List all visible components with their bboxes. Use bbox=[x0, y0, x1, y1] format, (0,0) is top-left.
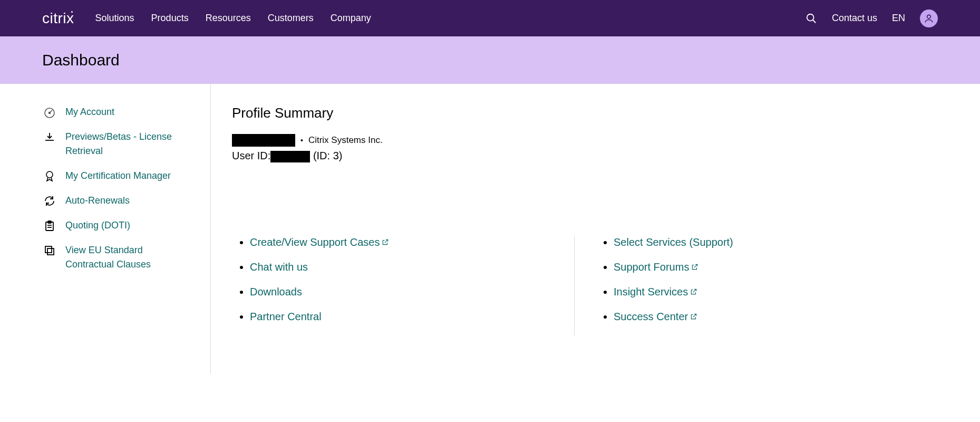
sidebar-item-eu-clauses[interactable]: View EU Standard Contractual Clauses bbox=[42, 243, 210, 272]
main-nav: Solutions Products Resources Customers C… bbox=[95, 13, 371, 24]
sidebar-item-label: Auto-Renewals bbox=[65, 194, 130, 208]
sidebar-item-label: My Account bbox=[65, 105, 114, 119]
svg-point-0 bbox=[807, 14, 814, 21]
brand-text: citrix bbox=[42, 10, 74, 26]
link-label: Support Forums bbox=[614, 261, 689, 273]
link-label: Create/View Support Cases bbox=[250, 236, 380, 248]
top-navbar: citrix Solutions Products Resources Cust… bbox=[0, 0, 980, 36]
download-icon bbox=[42, 130, 57, 143]
list-item: Partner Central bbox=[250, 311, 574, 323]
link-label: Success Center bbox=[614, 311, 688, 322]
list-item: Downloads bbox=[250, 286, 574, 298]
link-partner-central[interactable]: Partner Central bbox=[250, 311, 322, 322]
external-link-icon bbox=[690, 311, 697, 323]
sidebar-item-quoting[interactable]: Quoting (DOTI) bbox=[42, 218, 210, 233]
sidebar-item-certification[interactable]: My Certification Manager bbox=[42, 169, 210, 183]
profile-summary-heading: Profile Summary bbox=[232, 105, 938, 121]
link-chat[interactable]: Chat with us bbox=[250, 261, 308, 273]
user-id-label: User ID: bbox=[232, 150, 270, 161]
brand-dot bbox=[71, 11, 73, 13]
external-link-icon bbox=[691, 261, 698, 273]
link-label: Insight Services bbox=[614, 286, 688, 298]
list-item: Chat with us bbox=[250, 261, 574, 273]
user-id-suffix: (ID: 3) bbox=[310, 150, 342, 161]
sidebar-item-previews[interactable]: Previews/Betas - License Retrieval bbox=[42, 130, 210, 158]
link-downloads[interactable]: Downloads bbox=[250, 286, 302, 298]
sidebar-item-label: View EU Standard Contractual Clauses bbox=[65, 243, 187, 272]
svg-line-1 bbox=[813, 20, 816, 23]
external-link-icon bbox=[690, 286, 697, 298]
sidebar-item-label: Previews/Betas - License Retrieval bbox=[65, 130, 187, 158]
list-item: Success Center bbox=[614, 311, 938, 323]
gauge-icon bbox=[42, 105, 57, 119]
page-title: Dashboard bbox=[42, 51, 938, 69]
quick-links: Create/View Support Cases Chat with us D… bbox=[232, 236, 938, 335]
separator-bullet: • bbox=[300, 136, 303, 145]
nav-products[interactable]: Products bbox=[151, 13, 189, 24]
link-select-services[interactable]: Select Services (Support) bbox=[614, 236, 733, 248]
list-item: Select Services (Support) bbox=[614, 236, 938, 248]
main-content: Profile Summary • Citrix Systems Inc. Us… bbox=[211, 84, 938, 374]
quick-links-right: Select Services (Support) Support Forums… bbox=[574, 236, 938, 335]
copy-icon bbox=[42, 243, 57, 257]
link-insight-services[interactable]: Insight Services bbox=[614, 286, 697, 298]
link-support-cases[interactable]: Create/View Support Cases bbox=[250, 236, 389, 248]
search-icon[interactable] bbox=[806, 13, 817, 24]
clipboard-icon bbox=[42, 218, 57, 232]
sidebar-item-auto-renewals[interactable]: Auto-Renewals bbox=[42, 194, 210, 208]
list-item: Insight Services bbox=[614, 286, 938, 298]
profile-name-row: • Citrix Systems Inc. bbox=[232, 134, 938, 147]
topbar-right: Contact us EN bbox=[806, 9, 938, 27]
user-id-row: User ID: (ID: 3) bbox=[232, 150, 938, 162]
nav-company[interactable]: Company bbox=[331, 13, 371, 24]
svg-point-2 bbox=[927, 15, 931, 18]
svg-rect-11 bbox=[45, 246, 52, 253]
svg-point-4 bbox=[49, 112, 51, 114]
badge-icon bbox=[42, 169, 57, 183]
page-subheader: Dashboard bbox=[0, 36, 980, 84]
nav-solutions[interactable]: Solutions bbox=[95, 13, 134, 24]
list-item: Support Forums bbox=[614, 261, 938, 273]
main-layout: My Account Previews/Betas - License Retr… bbox=[0, 84, 980, 374]
refresh-icon bbox=[42, 194, 57, 207]
sidebar-item-my-account[interactable]: My Account bbox=[42, 105, 210, 119]
sidebar-item-label: My Certification Manager bbox=[65, 169, 171, 183]
contact-us-link[interactable]: Contact us bbox=[832, 13, 877, 24]
nav-resources[interactable]: Resources bbox=[206, 13, 251, 24]
sidebar-item-label: Quoting (DOTI) bbox=[65, 218, 130, 233]
brand-logo[interactable]: citrix bbox=[42, 10, 74, 27]
sidebar: My Account Previews/Betas - License Retr… bbox=[42, 84, 211, 374]
account-avatar[interactable] bbox=[920, 9, 938, 27]
link-success-center[interactable]: Success Center bbox=[614, 311, 697, 322]
redacted-userid bbox=[270, 151, 310, 162]
link-support-forums[interactable]: Support Forums bbox=[614, 261, 698, 273]
nav-customers[interactable]: Customers bbox=[268, 13, 314, 24]
quick-links-left: Create/View Support Cases Chat with us D… bbox=[232, 236, 574, 335]
external-link-icon bbox=[382, 236, 389, 248]
company-name: Citrix Systems Inc. bbox=[308, 135, 383, 146]
redacted-name bbox=[232, 134, 295, 147]
svg-rect-10 bbox=[47, 248, 54, 255]
language-selector[interactable]: EN bbox=[892, 13, 905, 24]
list-item: Create/View Support Cases bbox=[250, 236, 574, 248]
svg-point-5 bbox=[46, 171, 53, 178]
